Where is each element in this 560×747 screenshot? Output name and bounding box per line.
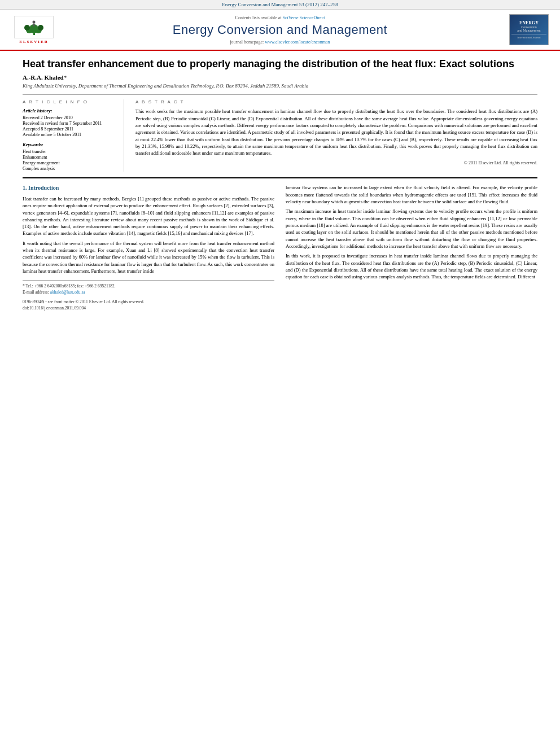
body-para-3: laminar flow systems can be increased to…: [286, 184, 537, 205]
footnote-email: akhaled@kau.edu.sa: [50, 290, 85, 295]
article-history-label: Article history:: [23, 108, 117, 113]
affiliation: King Abdulaziz University, Department of…: [23, 83, 537, 89]
section1-heading: Introduction: [28, 185, 59, 191]
journal-header-center: Contents lists available at SciVerse Sci…: [56, 15, 504, 45]
footnote-doi: doi:10.1016/j.enconman.2011.09.004: [23, 305, 274, 312]
keywords-label: Keywords:: [23, 142, 117, 147]
article-info-heading: A R T I C L E I N F O: [23, 99, 117, 104]
body-para-1: Heat transfer can be increased by many m…: [23, 195, 274, 237]
footnote-email-line: E-mail address: akhaled@kau.edu.sa: [23, 290, 274, 296]
footnote-issn: 0196-8904/$ - see front matter © 2011 El…: [23, 299, 274, 305]
body-para-4: The maximum increase in heat transfer in…: [286, 208, 537, 250]
body-section: 1. Introduction Heat transfer can be inc…: [23, 184, 537, 311]
footnote-tel: * Tel.: +966 2 6402000x68185; fax: +966 …: [23, 283, 274, 290]
ecm-energy: ENERGY: [519, 20, 539, 25]
elsevier-logo-img: [14, 16, 54, 38]
abstract-col: A B S T R A C T This work seeks for the …: [135, 99, 537, 172]
body-col-right: laminar flow systems can be increased to…: [286, 184, 537, 311]
homepage-link[interactable]: www.elsevier.com/locate/enconman: [265, 40, 330, 45]
keyword-4: Complex analysis: [23, 166, 117, 171]
top-bar-text: Energy Conversion and Management 53 (201…: [222, 2, 338, 7]
author-asterisk: *: [64, 74, 67, 81]
body-para-2: It worth noting that the overall perform…: [23, 240, 274, 275]
author-name: A.-R.A. Khaled: [23, 74, 64, 81]
body-para-5: In this work, it is proposed to investig…: [286, 252, 537, 280]
svg-point-4: [24, 25, 30, 30]
homepage-prefix: journal homepage:: [230, 40, 265, 45]
body-col-left: 1. Introduction Heat transfer can be inc…: [23, 184, 274, 311]
divider-1: [23, 94, 537, 95]
journal-header: ELSEVIER Contents lists available at Sci…: [0, 10, 560, 51]
history-received: Received 2 December 2010: [23, 115, 117, 120]
keyword-2: Enhancement: [23, 155, 117, 160]
svg-rect-7: [33, 23, 34, 26]
section1-number: 1.: [23, 185, 27, 191]
ecm-and: and Management: [517, 29, 540, 32]
body-divider: [23, 177, 537, 178]
sciverse-link[interactable]: SciVerse ScienceDirect: [283, 15, 325, 20]
journal-logo-right: ENERGY Conversion and Management Interna…: [504, 14, 549, 45]
section1-title: 1. Introduction: [23, 184, 274, 193]
elsevier-text-label: ELSEVIER: [19, 40, 48, 44]
footnote-section: * Tel.: +966 2 6402000x68185; fax: +966 …: [23, 280, 274, 312]
keyword-1: Heat transfer: [23, 149, 117, 154]
footnote-email-label: E-mail address:: [23, 290, 49, 295]
history-revised: Received in revised form 7 September 201…: [23, 121, 117, 126]
elsevier-logo: ELSEVIER: [11, 16, 56, 44]
abstract-heading: A B S T R A C T: [135, 99, 537, 104]
top-bar: Energy Conversion and Management 53 (201…: [0, 0, 560, 10]
history-accepted: Accepted 8 September 2011: [23, 126, 117, 132]
article-title: Heat transfer enhancement due to properl…: [23, 58, 537, 71]
journal-homepage-line: journal homepage: www.elsevier.com/locat…: [56, 40, 504, 45]
author-line: A.-R.A. Khaled*: [23, 74, 537, 81]
journal-main-title: Energy Conversion and Management: [56, 23, 504, 37]
sciverse-line: Contents lists available at SciVerse Sci…: [56, 15, 504, 20]
svg-point-5: [38, 25, 43, 30]
keyword-3: Energy management: [23, 160, 117, 165]
main-content: Heat transfer enhancement due to properl…: [0, 51, 560, 323]
copyright-line: © 2011 Elsevier Ltd. All rights reserved…: [135, 160, 537, 165]
article-info-abstract-section: A R T I C L E I N F O Article history: R…: [23, 99, 537, 172]
history-online: Available online 5 October 2011: [23, 132, 117, 137]
ecm-logo-box: ENERGY Conversion and Management Interna…: [509, 14, 549, 45]
elsevier-tree-svg: [21, 19, 47, 36]
abstract-text: This work seeks for the maximum possible…: [135, 108, 537, 156]
ecm-divider: [511, 34, 546, 34]
article-info-col: A R T I C L E I N F O Article history: R…: [23, 99, 124, 172]
sciverse-prefix: Contents lists available at: [235, 15, 283, 20]
svg-point-6: [32, 20, 35, 23]
ecm-subtitle: International Journal: [517, 36, 541, 40]
